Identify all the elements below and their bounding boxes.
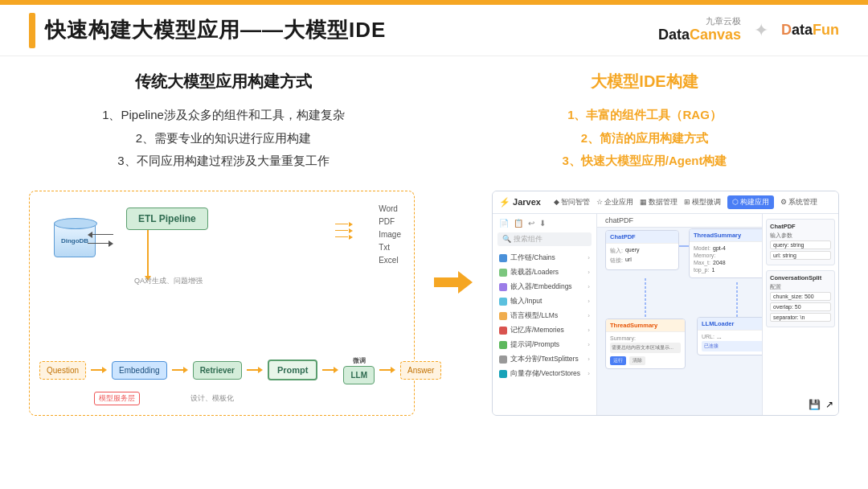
build-icon: ⬡ xyxy=(732,198,739,206)
ide-canvas: chatPDF ChatPDF 输入:query 链接:url ThreadSu… xyxy=(597,214,762,415)
arrow-head xyxy=(458,271,473,294)
chevron-chains: › xyxy=(588,254,590,261)
system-icon: ⚙ xyxy=(780,198,787,206)
ide-logo: ⚡ Jarvex xyxy=(499,197,541,208)
toolbar-icon-3[interactable]: ↩ xyxy=(528,219,534,228)
menu-prompt[interactable]: 提示词/Prompts › xyxy=(493,338,596,352)
node-low1-header: ThreadSummary xyxy=(606,319,685,332)
loader-icon xyxy=(499,269,507,277)
pipeline-bottom-row: Question Embedding Retriever Prompt xyxy=(39,356,404,384)
nav-data[interactable]: ▦ 数据管理 xyxy=(640,197,678,208)
ide-sidebar: 📄 📋 ↩ ⬇ 🔍 搜索组件 工作链/Chains › xyxy=(493,214,597,415)
node2-body: Model:gpt-4 Memory: Max_t:2048 top_p:1 xyxy=(690,242,762,277)
search-icon: 🔍 xyxy=(502,235,511,243)
arrow-3 xyxy=(247,367,263,373)
node-low2-header: LLMLoader xyxy=(698,318,762,331)
file-arrows xyxy=(335,222,353,240)
qiye-icon: ☆ xyxy=(596,198,603,206)
right-point-1: 1、丰富的组件工具（RAG） xyxy=(450,104,839,127)
llm-node-group: 微调 LLM xyxy=(343,356,375,384)
node1-header: ChatPDF xyxy=(606,231,678,244)
right-point-3: 3、快速大模型应用/Agent构建 xyxy=(450,150,839,173)
toolbar-icon-2[interactable]: 📋 xyxy=(514,219,523,228)
run-button[interactable]: 运行 xyxy=(610,356,626,365)
canvas-node-2[interactable]: ThreadSummary Model:gpt-4 Memory: Max_t:… xyxy=(689,228,762,278)
menu-vector[interactable]: 向量存储/VectorStores › xyxy=(493,367,596,381)
save-icon[interactable]: 💾 xyxy=(809,399,821,410)
menu-memory[interactable]: 记忆库/Memories › xyxy=(493,323,596,338)
page-header: 快速构建大模型应用——大模型IDE 九章云极 DataCanvas ✦ Data… xyxy=(0,5,868,56)
low1-buttons: 运行 清除 xyxy=(610,356,681,365)
low2-status: 已连接 xyxy=(702,341,762,351)
embedding-node: Embedding xyxy=(112,361,167,380)
logo-datafun: DataFun xyxy=(781,22,839,39)
page-title: 快速构建大模型应用——大模型IDE xyxy=(45,16,386,44)
canvas-node-low1[interactable]: ThreadSummary Summary: 需要总结内容文本区域显示... 运… xyxy=(605,318,686,369)
canvas-tab: chatPDF xyxy=(597,214,762,228)
file-image: Image xyxy=(379,228,401,241)
nav-build[interactable]: ⬡ 构建应用 xyxy=(727,195,774,209)
left-point-3: 3、不同应用构建过程涉及大量重复工作 xyxy=(29,150,418,173)
menu-chains[interactable]: 工作链/Chains › xyxy=(493,251,596,265)
arrow-2 xyxy=(172,367,188,373)
menu-input[interactable]: 输入/Input › xyxy=(493,294,596,309)
canvas-node-1[interactable]: ChatPDF 输入:query 链接:url xyxy=(605,230,679,270)
input-icon xyxy=(499,298,507,306)
question-node: Question xyxy=(39,361,86,380)
chevron-vector: › xyxy=(588,370,590,377)
menu-textsplit[interactable]: 文本分割/TextSplitters › xyxy=(493,352,596,367)
pipeline-diagram: DingoDB ETL Pipeline Word PDF Image Txt … xyxy=(29,191,415,416)
etl-label: ETL Pipeline xyxy=(138,213,196,224)
nav-system[interactable]: ⚙ 系统管理 xyxy=(780,197,817,208)
menu-loaders[interactable]: 装载器/Loaders › xyxy=(493,265,596,280)
nav-qiye[interactable]: ☆ 企业应用 xyxy=(596,197,633,208)
zhiwen-icon: ◆ xyxy=(554,198,559,206)
chevron-llm: › xyxy=(588,312,590,319)
logo-area: 九章云极 DataCanvas ✦ DataFun xyxy=(658,18,839,42)
ide-search-box[interactable]: 🔍 搜索组件 xyxy=(497,232,592,246)
right-card-1: ChatPDF 输入参数 query: string url: string xyxy=(766,219,835,265)
menu-llm[interactable]: 语言模型/LLMs › xyxy=(493,309,596,323)
vector-icon xyxy=(499,370,507,378)
columns-layout: 传统大模型应用构建方式 1、Pipeline涉及众多的组件和工具，构建复杂 2、… xyxy=(29,71,839,173)
low1-content: 需要总结内容文本区域显示... xyxy=(610,343,681,353)
split-icon xyxy=(499,355,507,364)
nav-model[interactable]: ⊞ 模型微调 xyxy=(684,197,721,208)
left-point-2: 2、需要专业的知识进行应用构建 xyxy=(29,127,418,150)
answer-node: Answer xyxy=(400,361,441,380)
model-icon: ⊞ xyxy=(684,198,690,206)
chevron-split: › xyxy=(588,355,590,363)
retriever-node: Retriever xyxy=(193,361,242,380)
arrow-5 xyxy=(379,367,395,373)
left-column: 传统大模型应用构建方式 1、Pipeline涉及众多的组件和工具，构建复杂 2、… xyxy=(29,71,434,173)
share-icon[interactable]: ↗ xyxy=(825,399,833,410)
nav-zhiwen[interactable]: ◆ 智问智管 xyxy=(554,197,590,208)
node-low1-body: Summary: 需要总结内容文本区域显示... 运行 清除 xyxy=(606,332,685,368)
node2-header: ThreadSummary xyxy=(690,229,762,242)
left-col-title: 传统大模型应用构建方式 xyxy=(29,71,418,92)
bottom-actions: 💾 ↗ xyxy=(809,399,833,410)
design-label: 设计、模板化 xyxy=(190,393,234,404)
file-excel: Excel xyxy=(379,254,401,267)
menu-embeddings[interactable]: 嵌入器/Embeddings › xyxy=(493,280,596,294)
diagrams-area: DingoDB ETL Pipeline Word PDF Image Txt … xyxy=(29,191,839,416)
arrow-body xyxy=(434,277,458,287)
file-word: Word xyxy=(379,203,401,216)
file-txt: Txt xyxy=(379,241,401,254)
chevron-input: › xyxy=(588,298,590,305)
chevron-loaders: › xyxy=(588,269,590,276)
search-label: 搜索组件 xyxy=(514,234,542,244)
right-point-2: 2、简洁的应用构建方式 xyxy=(450,127,839,150)
llm-icon xyxy=(499,312,507,320)
toolbar-icon-1[interactable]: 📄 xyxy=(499,219,509,228)
toolbar-icon-4[interactable]: ⬇ xyxy=(539,219,546,228)
header-title-area: 快速构建大模型应用——大模型IDE xyxy=(29,13,386,48)
clear-button[interactable]: 清除 xyxy=(629,356,645,365)
canvas-node-low2[interactable]: LLMLoader URL:... 已连接 xyxy=(697,317,762,355)
logo-datacanvas: DataCanvas xyxy=(658,27,741,42)
chain-icon xyxy=(499,254,507,262)
main-content: 传统大模型应用构建方式 1、Pipeline涉及众多的组件和工具，构建复杂 2、… xyxy=(0,56,868,432)
dingodb-label: DingoDB xyxy=(61,237,88,244)
chevron-embed: › xyxy=(588,283,590,290)
prompt-icon xyxy=(499,341,507,349)
